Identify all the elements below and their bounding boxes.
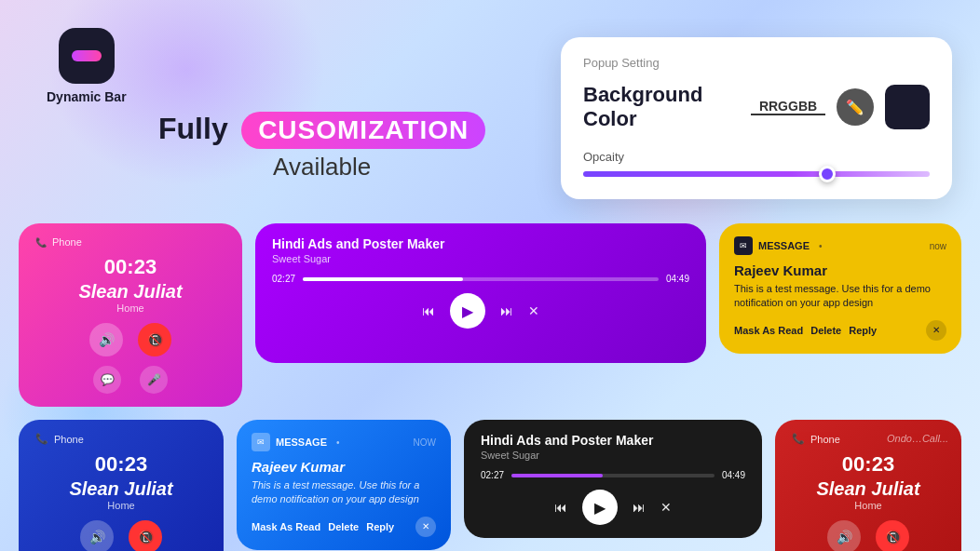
msg-card-yellow: ✉ MESSAGE • now Rajeev Kumar This is a t… [719, 223, 961, 354]
progress-fill-dark [511, 474, 603, 477]
end-call-button-blue[interactable]: 📵 [129, 520, 162, 551]
caller-name-red: Slean Juliat [792, 478, 945, 500]
msg-app-icon: ✉ [734, 236, 753, 255]
msg-sender-yellow: Rajeev Kumar [734, 262, 946, 278]
play-button[interactable]: ▶ [450, 293, 485, 329]
mic-button[interactable]: 🎤 [140, 366, 168, 394]
call-timer-blue: 00:23 [35, 452, 207, 477]
phone-card-red: 📞 Phone Ondo…Call... 00:23 Slean Juliat … [775, 420, 961, 551]
msg-card-blue: ✉ MESSAGE • NOW Rajeev Kumar This is a t… [237, 420, 451, 550]
cards-area: 📞 Phone 00:23 Slean Juliat Home 🔊 📵 💬 🎤 … [0, 223, 980, 551]
logo-area: Dynamic Bar [47, 28, 127, 104]
end-call-button[interactable]: 📵 [138, 323, 171, 356]
call-actions-blue: 🔊 📵 [35, 520, 207, 551]
call-timer-red: 00:23 [792, 452, 945, 477]
hero-prefix: Fully [158, 112, 228, 145]
bottom-card-row: 📞 Phone 00:23 Slean Juliat Home 🔊 📵 💬 🎤 … [19, 420, 961, 551]
music-title-dark: Hindi Ads and Poster Maker [481, 433, 745, 448]
delete-button-blue[interactable]: Delete [328, 521, 359, 532]
color-swatch[interactable] [885, 85, 930, 129]
bottom-actions: 💬 🎤 [35, 366, 225, 394]
phone-app-label-blue: Phone [54, 434, 84, 445]
phone-app-label-red: Phone [810, 434, 840, 445]
logo-title: Dynamic Bar [47, 89, 127, 104]
msg-body-yellow: This is a test message. Use this for a d… [734, 282, 946, 311]
music-controls: ⏮ ▶ ⏭ ✕ [272, 293, 689, 329]
edit-button[interactable]: ✏️ [837, 88, 874, 126]
mask-read-button-blue[interactable]: Mask As Read [252, 521, 320, 532]
progress-row-dark: 02:27 04:49 [481, 470, 745, 480]
music-card-dark: Hindi Ads and Poster Maker Sweet Sugar 0… [464, 420, 762, 538]
play-button-dark[interactable]: ▶ [582, 490, 618, 525]
bg-color-row: Background Color ✏️ [583, 83, 930, 131]
next-button[interactable]: ⏭ [500, 303, 513, 318]
msg-actions-blue: Mask As Read Delete Reply ✕ [252, 517, 436, 537]
hero-suffix: Available [158, 153, 485, 181]
progress-row: 02:27 04:49 [272, 274, 689, 284]
phone-card-pink: 📞 Phone 00:23 Slean Juliat Home 🔊 📵 💬 🎤 [19, 223, 242, 407]
opacity-slider[interactable] [583, 171, 930, 177]
msg-time-yellow: now [930, 241, 946, 251]
msg-time-blue: NOW [414, 437, 436, 448]
end-call-button-red[interactable]: 📵 [876, 520, 909, 551]
caller-name: Slean Juliat [35, 281, 225, 302]
phone-icon-blue: 📞 [35, 433, 48, 445]
opacity-label: Opcaity [583, 150, 930, 164]
popup-title: Popup Setting [583, 56, 930, 70]
caller-location-red: Home [792, 500, 945, 511]
chat-button[interactable]: 💬 [93, 366, 121, 394]
mute-button-blue[interactable]: 🔊 [80, 520, 114, 551]
msg-body-blue: This is a test message. Use this for a d… [252, 478, 436, 507]
current-time-dark: 02:27 [481, 470, 504, 480]
popup-panel: Popup Setting Background Color ✏️ Opcait… [561, 37, 952, 199]
close-button-yellow[interactable]: ✕ [926, 320, 946, 341]
phone-icon-red: 📞 [792, 433, 805, 445]
music-controls-dark: ⏮ ▶ ⏭ ✕ [481, 490, 745, 525]
close-button-blue[interactable]: ✕ [415, 517, 436, 537]
msg-sender-blue: Rajeev Kumar [252, 459, 436, 475]
call-actions-red: 🔊 📵 [792, 520, 945, 551]
prev-button[interactable]: ⏮ [422, 303, 435, 318]
caller-location-blue: Home [35, 500, 207, 511]
current-time: 02:27 [272, 274, 295, 284]
reply-button-blue[interactable]: Reply [366, 521, 394, 532]
hero-badge: CUSOMIZATION [241, 112, 485, 149]
prev-button-dark[interactable]: ⏮ [554, 500, 567, 515]
caller-location: Home [35, 302, 225, 314]
msg-app-name: MESSAGE [758, 240, 810, 251]
close-music-button[interactable]: ✕ [528, 303, 539, 318]
hex-input[interactable] [751, 99, 825, 115]
reply-button-yellow[interactable]: Reply [849, 325, 877, 336]
msg-app-icon-blue: ✉ [252, 433, 270, 451]
total-time: 04:49 [666, 274, 689, 284]
progress-bar[interactable] [303, 277, 659, 281]
music-artist-dark: Sweet Sugar [481, 450, 745, 461]
msg-header: ✉ MESSAGE • now [734, 236, 946, 255]
music-artist: Sweet Sugar [272, 253, 689, 264]
logo-icon [59, 28, 115, 84]
phone-app-label: Phone [52, 236, 82, 248]
slider-thumb[interactable] [819, 166, 836, 182]
progress-bar-dark[interactable] [511, 474, 715, 477]
msg-app-name-blue: MESSAGE [276, 437, 327, 448]
overlay-text: Ondo…Call... [887, 433, 948, 444]
mute-button-red[interactable]: 🔊 [827, 520, 861, 551]
top-card-row: 📞 Phone 00:23 Slean Juliat Home 🔊 📵 💬 🎤 … [19, 223, 961, 407]
mask-read-button-yellow[interactable]: Mask As Read [734, 325, 803, 336]
msg-actions-yellow: Mask As Read Delete Reply ✕ [734, 320, 946, 341]
next-button-dark[interactable]: ⏭ [633, 500, 646, 515]
call-timer: 00:23 [35, 255, 225, 279]
music-card-purple: Hindi Ads and Poster Maker Sweet Sugar 0… [255, 223, 706, 363]
phone-icon: 📞 [35, 237, 47, 248]
call-actions: 🔊 📵 [35, 323, 225, 356]
phone-card-blue: 📞 Phone 00:23 Slean Juliat Home 🔊 📵 💬 🎤 [19, 420, 224, 551]
mute-button[interactable]: 🔊 [89, 323, 123, 356]
music-title: Hindi Ads and Poster Maker [272, 236, 689, 251]
progress-fill [303, 277, 463, 281]
msg-header-blue: ✉ MESSAGE • NOW [252, 433, 436, 451]
caller-name-blue: Slean Juliat [35, 478, 207, 500]
hero-section: Fully CUSOMIZATION Available [158, 112, 485, 181]
bg-color-label: Background Color [583, 83, 740, 131]
delete-button-yellow[interactable]: Delete [810, 325, 841, 336]
close-music-dark-button[interactable]: ✕ [660, 500, 672, 515]
